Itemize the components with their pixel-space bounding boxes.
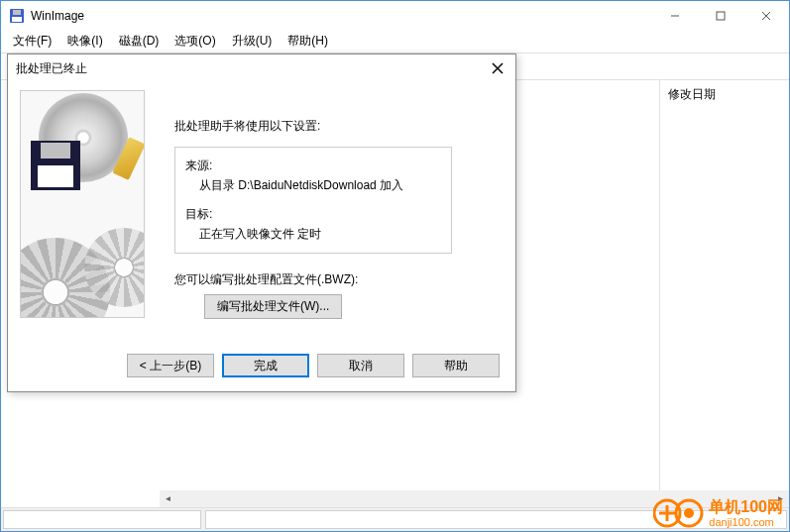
write-batch-file-button[interactable]: 编写批处理文件(W)... <box>204 294 342 319</box>
column-modified-date[interactable]: 修改日期 <box>668 86 781 103</box>
menu-image[interactable]: 映像(I) <box>59 31 110 53</box>
menu-file[interactable]: 文件(F) <box>5 31 59 53</box>
menu-disk[interactable]: 磁盘(D) <box>111 31 168 53</box>
right-pane: 修改日期 <box>660 80 789 507</box>
svg-rect-1 <box>13 10 21 15</box>
app-icon <box>9 8 25 24</box>
help-button[interactable]: 帮助 <box>412 354 500 377</box>
minimize-button[interactable] <box>652 1 698 31</box>
back-button[interactable]: < 上一步(B) <box>127 354 214 377</box>
svg-point-13 <box>684 508 694 518</box>
main-window: WinImage 文件(F) 映像(I) 磁盘(D) 选项(O) 升级(U) 帮… <box>0 0 790 532</box>
dialog-titlebar: 批处理已终止 <box>8 54 515 82</box>
svg-rect-2 <box>12 17 22 22</box>
watermark-name: 单机100网 <box>709 498 783 516</box>
source-label: 来源: <box>185 156 441 175</box>
window-controls <box>652 1 789 31</box>
watermark-icon <box>653 495 705 531</box>
cancel-button[interactable]: 取消 <box>317 354 404 377</box>
dialog-title-text: 批处理已终止 <box>16 60 488 77</box>
target-label: 目标: <box>185 204 441 224</box>
floppy-icon <box>31 141 80 190</box>
wizard-image <box>20 90 145 318</box>
menu-upgrade[interactable]: 升级(U) <box>224 31 281 53</box>
watermark-text: 单机100网 danji100.com <box>709 498 783 528</box>
settings-box: 来源: 从目录 D:\BaiduNetdiskDownload 加入 目标: 正… <box>174 147 452 254</box>
watermark-logo: 单机100网 danji100.com <box>653 495 783 531</box>
dialog-close-button[interactable] <box>488 58 508 78</box>
close-icon <box>492 62 504 74</box>
menu-help[interactable]: 帮助(H) <box>280 31 336 53</box>
maximize-button[interactable] <box>698 1 743 31</box>
batch-dialog: 批处理已终止 批处理助手将使用以下设置: 来源: 从目录 D:\BaiduNet… <box>7 53 516 392</box>
target-value: 正在写入映像文件 定时 <box>185 224 441 244</box>
status-cell-1 <box>3 510 201 529</box>
config-text: 您可以编写批处理配置文件(.BWZ): <box>174 271 504 288</box>
menu-options[interactable]: 选项(O) <box>167 31 223 53</box>
dialog-buttons: < 上一步(B) 完成 取消 帮助 <box>8 344 515 387</box>
svg-rect-4 <box>717 12 725 20</box>
window-title: WinImage <box>31 9 652 23</box>
finish-button[interactable]: 完成 <box>222 354 309 377</box>
dialog-body: 批处理助手将使用以下设置: 来源: 从目录 D:\BaiduNetdiskDow… <box>8 82 515 344</box>
intro-text: 批处理助手将使用以下设置: <box>174 118 504 135</box>
close-button[interactable] <box>743 1 789 31</box>
titlebar: WinImage <box>1 1 789 31</box>
menubar: 文件(F) 映像(I) 磁盘(D) 选项(O) 升级(U) 帮助(H) <box>1 31 789 53</box>
source-value: 从目录 D:\BaiduNetdiskDownload 加入 <box>185 175 441 195</box>
scroll-left-icon[interactable]: ◄ <box>160 490 176 507</box>
watermark-url: danji100.com <box>709 516 783 528</box>
dialog-content: 批处理助手将使用以下设置: 来源: 从目录 D:\BaiduNetdiskDow… <box>145 90 504 344</box>
